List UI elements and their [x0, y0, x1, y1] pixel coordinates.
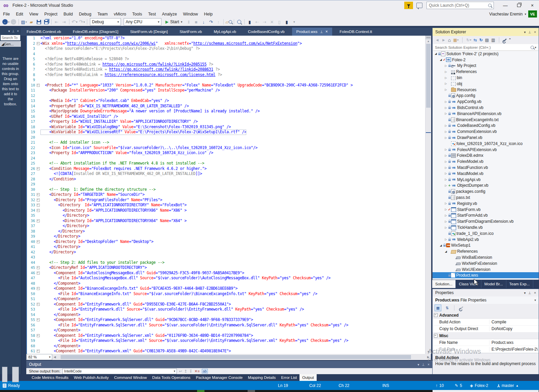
code-line[interactable]: 33 <Directory Id="APPLICATIONROOTDIRECTO…	[27, 203, 426, 208]
collapsed-arrow-icon[interactable]: ▷	[444, 88, 448, 91]
output-close-icon[interactable]: ×	[427, 363, 430, 366]
code-line[interactable]: 26 <Condition Message="FolexBot requires…	[27, 166, 426, 172]
fold-toggle-icon[interactable]	[36, 271, 40, 276]
code-line[interactable]: 19 <WixVariable Id="WixUILicenseRtf" Val…	[27, 130, 426, 135]
switch-views-icon[interactable]: ▦▾	[453, 38, 458, 42]
toolbox-scrollbar-thumb[interactable]	[12, 367, 19, 382]
property-value[interactable]: Product.wxs	[489, 340, 539, 345]
code-line[interactable]: 50 <File Id="BinanceExcangeInfo.txt" Sou…	[27, 291, 426, 297]
tab-mylogapi-vb[interactable]: MyLogApi.vb	[209, 28, 240, 36]
property-row-copy-to-output-direct[interactable]: Copy to Output DirectDoNotCopy	[433, 326, 539, 332]
code-line[interactable]: 18 <WixVariable Id="WixUIDialogBmp" Valu…	[27, 124, 426, 130]
tree-item-wixsetup1[interactable]: ◢WixSetup1	[433, 243, 539, 249]
stop-button[interactable]: ■	[193, 18, 199, 26]
branch-menu-chevron-icon[interactable]: ▲	[516, 384, 519, 387]
git-repo-name[interactable]: Folex-2	[475, 383, 488, 388]
git-push-count[interactable]: 10	[439, 383, 444, 388]
nav-forward-button[interactable]: →	[10, 18, 17, 26]
toolbox-pin-icon[interactable]: ⊤	[12, 29, 15, 33]
tab-codebasedconfig-vb[interactable]: CodeBasedConfig.vb	[244, 28, 289, 36]
menu-build[interactable]: Build	[60, 11, 76, 17]
collapsed-arrow-icon[interactable]: ▷	[444, 226, 448, 229]
bottom-tab-output[interactable]: Output	[299, 374, 317, 381]
platform-select[interactable]: Any CPU▾	[124, 18, 161, 26]
menu-tools[interactable]: Tools	[129, 11, 145, 17]
indent-button[interactable]: ⇥	[61, 18, 67, 26]
outdent-button[interactable]: ⇤	[53, 18, 60, 26]
code-line[interactable]: 47 <File Id="AutoClosingMessageBox.dll" …	[27, 276, 426, 281]
se-chevron-icon[interactable]: ▾	[524, 30, 526, 34]
status-insert-mode[interactable]: INS	[382, 383, 389, 388]
sync-with-active-document-icon[interactable]: ⇆	[474, 38, 477, 42]
output-pin-icon[interactable]: ⊤	[422, 363, 425, 366]
code-line[interactable]: 13 <Media Id="1" Cabinet="FolexBot.cab" …	[27, 98, 426, 104]
menu-file[interactable]: File	[0, 11, 13, 17]
avatar[interactable]: VE	[528, 10, 537, 17]
bookmark-button[interactable]: ▮	[246, 18, 253, 26]
collapsed-arrow-icon[interactable]: ▷	[444, 124, 448, 127]
tree-item-packages-config[interactable]: packages.config	[433, 188, 539, 194]
collapsed-arrow-icon[interactable]: ▷	[444, 106, 448, 109]
code-line[interactable]: 35 </Directory>	[27, 213, 426, 218]
collapsed-arrow-icon[interactable]: ▷	[444, 238, 448, 241]
bottom-tab-command-window[interactable]: Command Window	[112, 374, 150, 381]
menu-debug[interactable]: Debug	[76, 11, 94, 17]
code-line[interactable]: 9	[27, 77, 426, 83]
code-line[interactable]: 34 <Directory Id="APPLICATIONROOTDIRECTO…	[27, 208, 426, 213]
tree-item-pass-txt[interactable]: pass.txt	[433, 194, 539, 201]
tree-item-resources[interactable]: ▷Resources	[433, 87, 539, 93]
tree-item-codebasedconfig-vb[interactable]: ▷CodeBasedConfig.vb	[433, 123, 539, 129]
output-clear-all-icon[interactable]: ✕≡	[194, 369, 200, 373]
git-edits-count[interactable]: 5	[460, 383, 462, 388]
collapsed-arrow-icon[interactable]: ▷	[444, 214, 448, 217]
tree-item-wixnetfxextension[interactable]: WixNetFxExtension	[433, 260, 539, 266]
start-debug-button[interactable]: ▶Start▾	[165, 20, 182, 24]
collapsed-arrow-icon[interactable]: ▷	[444, 70, 448, 73]
fold-toggle-icon[interactable]	[36, 198, 40, 203]
bottom-tab-code-metrics-results[interactable]: Code Metrics Results	[29, 374, 71, 381]
tree-item-my-project[interactable]: ▷My Project	[433, 63, 539, 69]
tree-item-wixuiextension[interactable]: WixUIExtension	[433, 266, 539, 273]
property-category-advanced[interactable]: Advanced	[433, 312, 539, 319]
code-line[interactable]: 24	[27, 156, 426, 161]
bookmark-window-button[interactable]: ▯	[276, 18, 283, 26]
output-word-wrap-icon[interactable]: ab	[202, 369, 208, 373]
refresh-icon[interactable]: ↻	[479, 38, 483, 42]
fold-toggle-icon[interactable]	[36, 286, 40, 291]
prev-bookmark-button[interactable]: ⇠	[254, 18, 260, 26]
menu-vmicro[interactable]: vMicro	[111, 11, 129, 17]
fold-toggle-icon[interactable]	[36, 41, 40, 46]
tab-product-wxs[interactable]: Product.wxs⊤×	[292, 28, 332, 36]
se-close-icon[interactable]: ×	[534, 30, 536, 34]
properties-close-icon[interactable]: ×	[534, 291, 536, 295]
save-button[interactable]	[35, 18, 42, 26]
tree-item-macdmodel-vb[interactable]: ▷MacdModel.vb	[433, 171, 539, 177]
categorized-view-icon[interactable]: ▦	[435, 305, 441, 311]
fold-toggle-icon[interactable]	[36, 166, 40, 172]
tree-item-registry-vb[interactable]: ▷Registry.vb	[433, 201, 539, 207]
collapse-all-icon[interactable]: ▤	[485, 38, 489, 42]
tree-item-trade-1-iid-icon-ico[interactable]: trade_1_IID_icon.ico	[433, 230, 539, 237]
code-line[interactable]: 41 </Directory>	[27, 244, 426, 250]
git-edits-icon[interactable]: ✎	[455, 383, 458, 388]
toolbar-overflow-button[interactable]: ▾	[291, 18, 297, 26]
menu-analyze[interactable]: Analyze	[159, 11, 180, 17]
fold-toggle-icon[interactable]	[36, 265, 40, 271]
se-tab-team-exp-[interactable]: Team Exp...	[506, 280, 533, 288]
save-all-button[interactable]	[43, 18, 50, 26]
editor-vertical-scrollbar[interactable]: ══ ▲ ▼	[425, 36, 431, 354]
tree-item-references[interactable]: ◢References	[433, 248, 539, 254]
code-line[interactable]: 60 </Component>	[27, 344, 426, 349]
user-name[interactable]: Viacheslav Eremin	[489, 12, 522, 16]
code-line[interactable]: 39 </Directory>	[27, 234, 426, 239]
tree-item-drawpanel-vb[interactable]: ▷DrawPanel.vb	[433, 135, 539, 141]
vertical-scroll-thumb[interactable]	[426, 44, 431, 108]
status-character[interactable]: Ch 22	[339, 383, 349, 388]
code-line[interactable]: 5 <?define NetFx48MinRelease = 528040 ?>	[27, 57, 426, 62]
step-into-button[interactable]: ↓	[200, 18, 207, 26]
collapsed-arrow-icon[interactable]: ▷	[444, 202, 448, 205]
se-back-icon[interactable]: ◄	[435, 38, 439, 42]
tree-item-macdfunction-vb[interactable]: ▷MacdFunction.vb	[433, 165, 539, 171]
code-line[interactable]: 51 </Component>	[27, 296, 426, 302]
scroll-up-icon[interactable]: ▲	[425, 39, 431, 43]
